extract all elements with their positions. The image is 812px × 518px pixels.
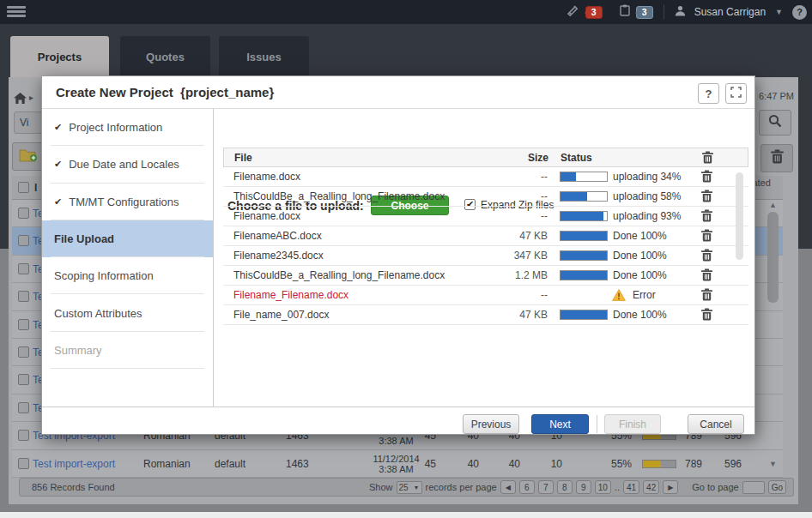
progress-bar xyxy=(560,191,608,202)
percent-bar-fill xyxy=(643,461,661,467)
progress-fill xyxy=(561,251,607,260)
page-button-9[interactable]: 9 xyxy=(576,480,591,494)
row-checkbox[interactable] xyxy=(18,346,29,358)
page-button-8[interactable]: 8 xyxy=(557,480,573,494)
next-button[interactable]: Next xyxy=(531,414,589,434)
go-button[interactable]: Go xyxy=(768,480,786,494)
step-item-scoping-information[interactable]: Scoping Information xyxy=(42,257,213,294)
file-status: Error xyxy=(633,289,656,301)
tab-quotes[interactable]: Quotes xyxy=(120,36,210,77)
column-file: File xyxy=(234,152,252,164)
records-scrollbar-thumb[interactable] xyxy=(767,212,779,303)
row-checkbox[interactable] xyxy=(18,430,29,441)
previous-button[interactable]: Previous xyxy=(463,414,519,434)
column-size: Size xyxy=(482,152,548,164)
page-button-7[interactable]: 7 xyxy=(538,480,554,494)
delete-all-files-button[interactable] xyxy=(700,151,714,166)
dialog-help-button[interactable]: ? xyxy=(698,83,719,104)
finish-button[interactable]: Finish xyxy=(604,414,661,434)
step-label: File Upload xyxy=(54,232,114,245)
file-row: Filename.docx--uploading 34% xyxy=(223,167,748,187)
step-item-file-upload[interactable]: File Upload xyxy=(42,220,213,257)
step-label: Summary xyxy=(54,344,102,357)
trash-icon xyxy=(701,310,712,323)
delete-file-button[interactable] xyxy=(700,308,713,322)
page-button-42[interactable]: 42 xyxy=(643,480,659,494)
clipboard-badge[interactable]: 3 xyxy=(636,6,653,19)
row-checkbox[interactable] xyxy=(18,374,29,385)
delete-file-button[interactable] xyxy=(700,249,713,263)
goto-page-input[interactable] xyxy=(742,481,765,494)
num-cell: 45 xyxy=(415,458,436,470)
dialog-expand-button[interactable] xyxy=(725,83,747,104)
user-menu-caret-icon[interactable]: ▼ xyxy=(775,8,783,16)
file-name: ThisCouldBe_a_Realling_long_Filename.doc… xyxy=(233,190,445,202)
delete-file-button[interactable] xyxy=(700,170,713,184)
delete-records-button[interactable] xyxy=(760,144,793,172)
step-item-due-date-and-locales[interactable]: ✔Due Date and Locales xyxy=(42,146,213,183)
row-checkbox[interactable] xyxy=(18,319,29,330)
records-count: 856 Records Found xyxy=(32,482,115,492)
row-checkbox[interactable] xyxy=(18,291,29,302)
page-button-10[interactable]: 10 xyxy=(595,480,611,494)
step-item-project-information[interactable]: ✔Project Information xyxy=(42,109,213,146)
step-label: TM/MT Configurations xyxy=(69,196,179,208)
per-page-label: records per page xyxy=(426,482,497,492)
scroll-up-icon[interactable]: ▲ xyxy=(769,201,777,209)
goto-page-label: Go to page xyxy=(692,482,738,492)
dialog-title: Create New Project {project_name} xyxy=(56,76,274,109)
row-checkbox[interactable] xyxy=(18,263,29,274)
dialog-footer: Previous Next Finish Cancel xyxy=(42,407,754,436)
page-button-41[interactable]: 41 xyxy=(623,480,639,494)
cancel-button[interactable]: Cancel xyxy=(688,414,744,434)
row-checkbox[interactable] xyxy=(18,208,29,219)
folder-plus-icon xyxy=(19,148,39,166)
search-button[interactable] xyxy=(759,110,791,136)
table-row: Test import-exportRomaniandefault146311/… xyxy=(12,450,783,478)
trash-icon xyxy=(701,271,712,284)
progress-bar xyxy=(560,172,608,182)
file-row: ThisCouldBe_a_Realling_long_Filename.doc… xyxy=(223,187,748,207)
breadcrumb-arrow-icon: ▸ xyxy=(29,93,33,102)
delete-file-button[interactable] xyxy=(700,229,713,244)
delete-file-button[interactable] xyxy=(700,190,713,204)
user-name[interactable]: Susan Carrigan xyxy=(694,6,766,18)
tab-projects[interactable]: Projects xyxy=(10,36,109,77)
records-column-header[interactable]: I xyxy=(34,182,37,194)
select-all-checkbox[interactable] xyxy=(18,182,29,193)
delete-file-button[interactable] xyxy=(700,288,713,303)
file-upload-table: File Size Status Filename.docx--uploadin… xyxy=(223,148,748,325)
page-button-6[interactable]: 6 xyxy=(519,480,535,494)
notifications-badge[interactable]: 3 xyxy=(585,6,603,19)
hamburger-menu-icon[interactable] xyxy=(7,6,26,18)
help-icon[interactable]: ? xyxy=(792,5,807,20)
value-cell: 789 xyxy=(678,458,702,470)
row-checkbox[interactable] xyxy=(18,458,29,469)
row-checkbox[interactable] xyxy=(18,402,29,413)
tools-icon[interactable] xyxy=(567,4,579,21)
file-size: 347 KB xyxy=(481,250,548,262)
project-link[interactable]: Test import-export xyxy=(33,458,115,470)
app-window: 3 3 Susan Carrigan ▼ ? Projects Quotes I… xyxy=(0,0,812,518)
new-folder-button[interactable] xyxy=(12,142,45,171)
step-item-tm-mt-configurations[interactable]: ✔TM/MT Configurations xyxy=(42,184,213,220)
prev-page-button[interactable]: ◀ xyxy=(500,480,516,494)
file-row: File_name_007.docx47 KBDone 100% xyxy=(223,305,748,325)
file-status: Done 100% xyxy=(613,309,667,321)
file-list-scrollbar-thumb[interactable] xyxy=(736,172,743,260)
delete-file-button[interactable] xyxy=(700,268,713,283)
workflow-cell: default xyxy=(215,458,245,470)
row-checkbox[interactable] xyxy=(18,235,29,246)
page-size-select[interactable]: 25 ▼ xyxy=(397,481,422,494)
clipboard-icon[interactable] xyxy=(620,4,630,20)
check-icon: ✔ xyxy=(54,122,62,133)
page-buttons: 678910 xyxy=(519,480,611,494)
step-label: Due Date and Locales xyxy=(69,158,179,171)
step-item-custom-attributes[interactable]: Custom Attributes xyxy=(42,294,213,331)
home-icon[interactable] xyxy=(14,92,27,107)
delete-file-button[interactable] xyxy=(700,209,713,224)
tab-issues[interactable]: Issues xyxy=(219,36,309,77)
scroll-down-icon[interactable]: ▼ xyxy=(769,460,777,468)
step-item-summary[interactable]: Summary xyxy=(42,332,213,369)
next-page-button[interactable]: ▶ xyxy=(663,480,678,494)
